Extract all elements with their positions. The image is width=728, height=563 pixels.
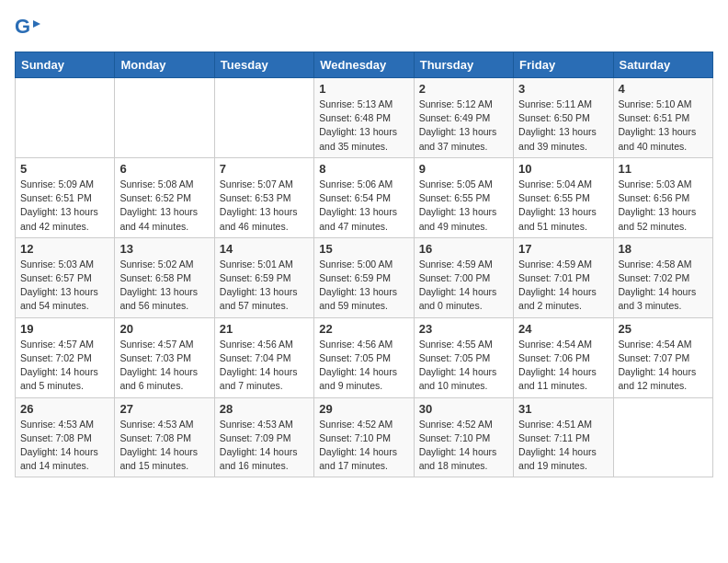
calendar-cell: 16Sunrise: 4:59 AM Sunset: 7:00 PM Dayli… (414, 237, 513, 317)
day-number: 25 (619, 322, 708, 336)
calendar-cell: 18Sunrise: 4:58 AM Sunset: 7:02 PM Dayli… (613, 237, 712, 317)
day-number: 28 (220, 402, 309, 416)
calendar-cell: 15Sunrise: 5:00 AM Sunset: 6:59 PM Dayli… (314, 237, 414, 317)
day-number: 7 (220, 162, 309, 176)
calendar-cell: 9Sunrise: 5:05 AM Sunset: 6:55 PM Daylig… (414, 157, 513, 237)
logo: G (15, 15, 44, 40)
calendar-cell (115, 78, 214, 158)
logo-icon: G (15, 15, 40, 40)
day-info: Sunrise: 4:54 AM Sunset: 7:07 PM Dayligh… (619, 338, 708, 394)
weekday-header-sunday: Sunday (16, 52, 115, 78)
page-header: G (15, 15, 713, 40)
day-info: Sunrise: 4:54 AM Sunset: 7:06 PM Dayligh… (518, 338, 608, 394)
calendar-cell: 10Sunrise: 5:04 AM Sunset: 6:55 PM Dayli… (514, 157, 613, 237)
calendar-cell: 27Sunrise: 4:53 AM Sunset: 7:08 PM Dayli… (115, 397, 214, 477)
week-row-2: 5Sunrise: 5:09 AM Sunset: 6:51 PM Daylig… (16, 157, 713, 237)
week-row-1: 1Sunrise: 5:13 AM Sunset: 6:48 PM Daylig… (16, 78, 713, 158)
day-info: Sunrise: 4:57 AM Sunset: 7:02 PM Dayligh… (20, 338, 109, 394)
calendar-cell: 31Sunrise: 4:51 AM Sunset: 7:11 PM Dayli… (514, 397, 613, 477)
day-number: 27 (119, 402, 209, 416)
day-number: 8 (319, 162, 408, 176)
weekday-header-thursday: Thursday (414, 52, 513, 78)
calendar-cell: 20Sunrise: 4:57 AM Sunset: 7:03 PM Dayli… (115, 317, 214, 397)
calendar-cell: 21Sunrise: 4:56 AM Sunset: 7:04 PM Dayli… (214, 317, 313, 397)
week-row-4: 19Sunrise: 4:57 AM Sunset: 7:02 PM Dayli… (16, 317, 713, 397)
day-number: 21 (220, 322, 309, 336)
day-number: 17 (518, 242, 608, 256)
calendar-cell: 23Sunrise: 4:55 AM Sunset: 7:05 PM Dayli… (414, 317, 513, 397)
day-number: 15 (319, 242, 408, 256)
calendar-cell (613, 397, 712, 477)
weekday-header-saturday: Saturday (613, 52, 712, 78)
calendar-cell: 14Sunrise: 5:01 AM Sunset: 6:59 PM Dayli… (214, 237, 313, 317)
calendar-cell: 13Sunrise: 5:02 AM Sunset: 6:58 PM Dayli… (115, 237, 214, 317)
day-number: 16 (419, 242, 508, 256)
day-info: Sunrise: 5:05 AM Sunset: 6:55 PM Dayligh… (419, 178, 508, 234)
weekday-header-tuesday: Tuesday (214, 52, 313, 78)
day-info: Sunrise: 5:13 AM Sunset: 6:48 PM Dayligh… (319, 98, 408, 154)
day-info: Sunrise: 4:53 AM Sunset: 7:09 PM Dayligh… (220, 418, 309, 474)
day-number: 2 (419, 82, 508, 96)
day-number: 23 (419, 322, 508, 336)
day-info: Sunrise: 5:06 AM Sunset: 6:54 PM Dayligh… (319, 178, 408, 234)
calendar-cell: 17Sunrise: 4:59 AM Sunset: 7:01 PM Dayli… (514, 237, 613, 317)
day-info: Sunrise: 5:09 AM Sunset: 6:51 PM Dayligh… (20, 178, 109, 234)
day-number: 24 (518, 322, 608, 336)
calendar-cell: 24Sunrise: 4:54 AM Sunset: 7:06 PM Dayli… (514, 317, 613, 397)
weekday-header-monday: Monday (115, 52, 214, 78)
day-info: Sunrise: 4:52 AM Sunset: 7:10 PM Dayligh… (419, 418, 508, 474)
day-number: 19 (20, 322, 109, 336)
day-info: Sunrise: 5:12 AM Sunset: 6:49 PM Dayligh… (419, 98, 508, 154)
calendar-cell: 8Sunrise: 5:06 AM Sunset: 6:54 PM Daylig… (314, 157, 414, 237)
calendar-cell: 5Sunrise: 5:09 AM Sunset: 6:51 PM Daylig… (16, 157, 115, 237)
calendar-cell: 19Sunrise: 4:57 AM Sunset: 7:02 PM Dayli… (16, 317, 115, 397)
day-info: Sunrise: 5:08 AM Sunset: 6:52 PM Dayligh… (119, 178, 209, 234)
day-info: Sunrise: 4:53 AM Sunset: 7:08 PM Dayligh… (119, 418, 209, 474)
calendar-cell (214, 78, 313, 158)
day-info: Sunrise: 5:10 AM Sunset: 6:51 PM Dayligh… (619, 98, 708, 154)
weekday-header-row: SundayMondayTuesdayWednesdayThursdayFrid… (16, 52, 713, 78)
day-info: Sunrise: 4:52 AM Sunset: 7:10 PM Dayligh… (319, 418, 408, 474)
day-number: 22 (319, 322, 408, 336)
day-number: 10 (518, 162, 608, 176)
day-number: 29 (319, 402, 408, 416)
calendar-cell: 1Sunrise: 5:13 AM Sunset: 6:48 PM Daylig… (314, 78, 414, 158)
calendar-cell: 6Sunrise: 5:08 AM Sunset: 6:52 PM Daylig… (115, 157, 214, 237)
day-number: 9 (419, 162, 508, 176)
day-number: 6 (119, 162, 209, 176)
day-number: 30 (419, 402, 508, 416)
calendar-cell: 3Sunrise: 5:11 AM Sunset: 6:50 PM Daylig… (514, 78, 613, 158)
calendar-table: SundayMondayTuesdayWednesdayThursdayFrid… (15, 52, 713, 477)
day-info: Sunrise: 4:59 AM Sunset: 7:00 PM Dayligh… (419, 258, 508, 314)
day-info: Sunrise: 4:59 AM Sunset: 7:01 PM Dayligh… (518, 258, 608, 314)
calendar-cell: 28Sunrise: 4:53 AM Sunset: 7:09 PM Dayli… (214, 397, 313, 477)
day-number: 1 (319, 82, 408, 96)
calendar-cell: 25Sunrise: 4:54 AM Sunset: 7:07 PM Dayli… (613, 317, 712, 397)
calendar-cell: 30Sunrise: 4:52 AM Sunset: 7:10 PM Dayli… (414, 397, 513, 477)
day-number: 11 (619, 162, 708, 176)
day-info: Sunrise: 4:58 AM Sunset: 7:02 PM Dayligh… (619, 258, 708, 314)
week-row-5: 26Sunrise: 4:53 AM Sunset: 7:08 PM Dayli… (16, 397, 713, 477)
weekday-header-friday: Friday (514, 52, 613, 78)
day-number: 31 (518, 402, 608, 416)
weekday-header-wednesday: Wednesday (314, 52, 414, 78)
svg-marker-1 (33, 20, 40, 28)
calendar-cell: 11Sunrise: 5:03 AM Sunset: 6:56 PM Dayli… (613, 157, 712, 237)
day-info: Sunrise: 5:01 AM Sunset: 6:59 PM Dayligh… (220, 258, 309, 314)
day-info: Sunrise: 5:02 AM Sunset: 6:58 PM Dayligh… (119, 258, 209, 314)
svg-text:G: G (15, 15, 30, 38)
calendar-cell: 7Sunrise: 5:07 AM Sunset: 6:53 PM Daylig… (214, 157, 313, 237)
day-info: Sunrise: 4:55 AM Sunset: 7:05 PM Dayligh… (419, 338, 508, 394)
day-number: 3 (518, 82, 608, 96)
day-info: Sunrise: 4:57 AM Sunset: 7:03 PM Dayligh… (119, 338, 209, 394)
calendar-cell: 29Sunrise: 4:52 AM Sunset: 7:10 PM Dayli… (314, 397, 414, 477)
week-row-3: 12Sunrise: 5:03 AM Sunset: 6:57 PM Dayli… (16, 237, 713, 317)
day-info: Sunrise: 5:11 AM Sunset: 6:50 PM Dayligh… (518, 98, 608, 154)
day-info: Sunrise: 5:00 AM Sunset: 6:59 PM Dayligh… (319, 258, 408, 314)
day-info: Sunrise: 5:04 AM Sunset: 6:55 PM Dayligh… (518, 178, 608, 234)
calendar-cell (16, 78, 115, 158)
day-number: 18 (619, 242, 708, 256)
day-number: 26 (20, 402, 109, 416)
day-number: 12 (20, 242, 109, 256)
day-number: 4 (619, 82, 708, 96)
